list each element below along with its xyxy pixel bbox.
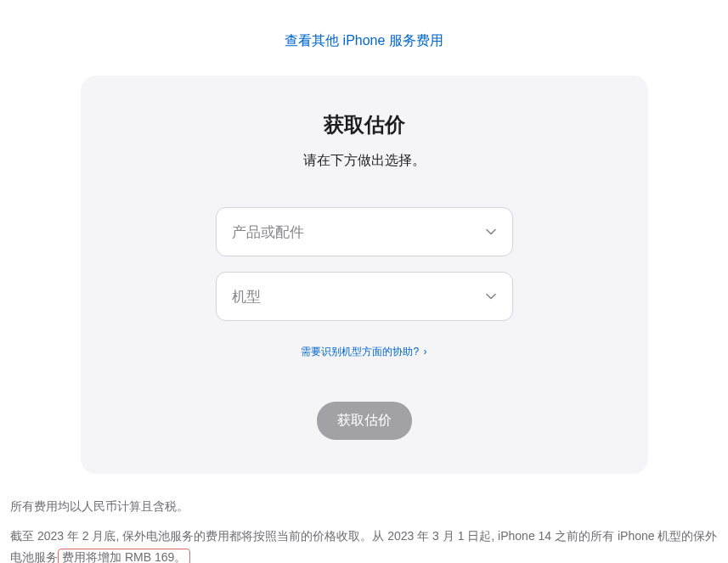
footer-line-1: 所有费用均以人民币计算且含税。 bbox=[10, 496, 718, 517]
product-select-placeholder: 产品或配件 bbox=[232, 222, 304, 242]
price-increase-highlight: 费用将增加 RMB 169。 bbox=[58, 549, 190, 563]
model-select-placeholder: 机型 bbox=[232, 287, 261, 307]
help-link-text: 需要识别机型方面的协助? bbox=[301, 346, 419, 358]
model-select[interactable]: 机型 bbox=[216, 272, 513, 321]
footer-notes: 所有费用均以人民币计算且含税。 截至 2023 年 2 月底, 保外电池服务的费… bbox=[8, 496, 720, 563]
identify-model-help-link[interactable]: 需要识别机型方面的协助? › bbox=[301, 346, 426, 358]
top-link-wrapper: 查看其他 iPhone 服务费用 bbox=[8, 0, 720, 76]
other-service-fees-link[interactable]: 查看其他 iPhone 服务费用 bbox=[285, 33, 443, 48]
chevron-right-icon: › bbox=[424, 346, 427, 358]
page-container: 查看其他 iPhone 服务费用 获取估价 请在下方做出选择。 产品或配件 机型… bbox=[0, 0, 728, 563]
footer-line-2: 截至 2023 年 2 月底, 保外电池服务的费用都将按照当前的价格收取。从 2… bbox=[10, 526, 718, 563]
product-select[interactable]: 产品或配件 bbox=[216, 207, 513, 256]
card-title: 获取估价 bbox=[324, 111, 405, 138]
estimate-card: 获取估价 请在下方做出选择。 产品或配件 机型 需要识别机型方面的协助? › 获… bbox=[81, 76, 648, 474]
help-link-wrapper: 需要识别机型方面的协助? › bbox=[301, 343, 426, 359]
chevron-down-icon bbox=[485, 290, 497, 302]
card-subtitle: 请在下方做出选择。 bbox=[303, 152, 426, 170]
get-estimate-button[interactable]: 获取估价 bbox=[317, 402, 412, 440]
chevron-down-icon bbox=[485, 226, 497, 238]
